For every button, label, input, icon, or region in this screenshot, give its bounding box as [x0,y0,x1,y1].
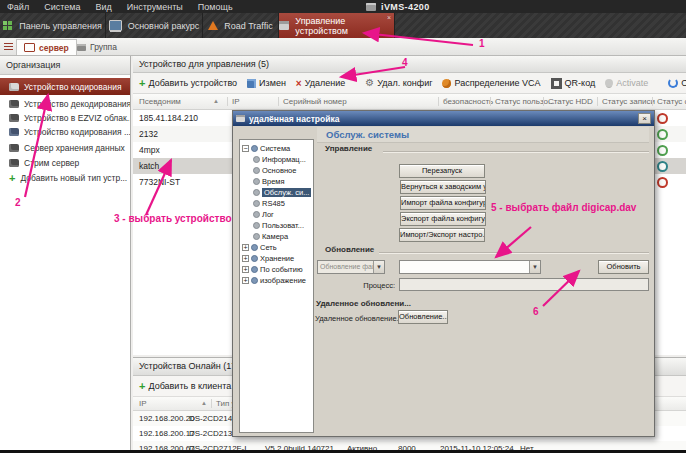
qr-code-button[interactable]: QR-код [551,78,596,89]
gear-icon: ⚙ [365,78,374,88]
col-serial[interactable]: Серийный номер [278,97,347,106]
tree-node-general[interactable]: Основное [240,165,313,176]
sort-asc-icon[interactable]: ▲ [201,400,207,406]
tree-node-time[interactable]: Время [240,176,313,187]
tree-node-rs485[interactable]: RS485 [240,198,313,209]
settings-tree: − Система Информац... Основное Время Обс… [239,139,314,433]
bulb-icon [605,79,613,87]
col-record-status[interactable]: Статус записи [597,97,655,106]
col-sync-status[interactable]: Статус синх [652,97,686,106]
dialog-icon [236,115,245,122]
tree-node-system-maintenance[interactable]: Обслуж. си... [240,187,313,198]
tab-group[interactable]: Группа [70,39,124,55]
menu-tools[interactable]: Инструменты [127,2,183,12]
menu-file[interactable]: Файл [7,2,29,12]
section-title: Обслуж. системы [317,127,649,143]
tree-node-network[interactable]: + Сеть [240,242,313,253]
expand-icon[interactable]: + [242,244,249,251]
modify-button[interactable]: Измен [247,78,286,88]
close-icon[interactable]: × [638,113,651,124]
expand-icon[interactable]: + [242,255,249,262]
activate-button[interactable]: Activate [605,78,648,88]
col-ip[interactable]: IP [227,97,240,106]
tab-server[interactable]: сервер [16,39,77,55]
tree-node-camera[interactable]: Камера [240,231,313,242]
add-to-client-button[interactable]: + Добавить в клиента [139,381,231,391]
process-label: Процесс: [345,281,395,290]
menu-view[interactable]: Вид [95,2,111,12]
remote-upgrade-label: Удаленное обновление... [315,314,403,323]
remote-configuration-dialog: удалённая настройка × Обслуж. системы − … [232,110,655,437]
upgrade-file-input[interactable]: ▼ [399,260,541,274]
sort-asc-icon[interactable]: ▲ [213,98,219,104]
sidebar-item-storage-server[interactable]: Сервер хранения данных [0,141,130,155]
management-section-label: Управление [325,144,372,153]
tree-node-event[interactable]: + По событию [240,264,313,275]
tab-control-panel[interactable]: Панель управления [0,13,106,38]
sidebar-item-ezviz-device[interactable]: Устройство в EZVIZ облак... [0,111,130,125]
upgrade-section-label: Обновление [325,245,374,254]
device-panel-title: Устройство для управления (5) [133,56,686,73]
decoder-icon [9,100,19,108]
tree-node-storage[interactable]: + Хранение [240,253,313,264]
gear-icon [253,189,260,196]
restore-defaults-button[interactable]: Вернуться к заводским у... [400,180,486,194]
app-window: Файл Система Вид Инструменты Помощь iVMS… [0,0,686,453]
tab-main-view[interactable]: Основной ракурс [106,13,203,38]
restart-button[interactable]: Перезапуск [399,164,485,178]
control-panel-icon [3,21,13,31]
col-alias[interactable]: Псевдоним [139,97,181,106]
hamburger-icon[interactable] [4,43,13,50]
tab-close-icon[interactable]: × [387,14,391,21]
export-config-button[interactable]: Экспорт файла конфигу... [400,212,486,226]
col-hdd-status[interactable]: Статус HDD [543,97,593,106]
chevron-down-icon: ▼ [373,261,384,273]
sidebar-item-thirdparty-encoder[interactable]: Устройство кодирования ... [0,125,130,139]
device-icon [279,21,289,30]
upgrade-type-select[interactable]: Обновление файла ▼ [317,260,385,274]
annotation-label-4: 4 [402,57,408,68]
category-icon [251,255,258,262]
expand-icon[interactable]: + [242,266,249,273]
sidebar-item-encoding-device[interactable]: Устройство кодирования [0,78,130,95]
sidebar-item-decoding-device[interactable]: Устройство декодирования [0,97,130,111]
app-title: iVMS-4200 [366,0,430,13]
upgrade-button[interactable]: Обновить [598,260,649,274]
group-tab-icon [77,44,86,51]
tree-node-image[interactable]: + изображение [240,275,313,286]
vca-allocation-button[interactable]: Распределение VCA [442,78,540,88]
nav-tab-bar: Панель управления Основной ракурс Road T… [0,13,686,38]
plus-icon: + [139,78,145,88]
tree-node-system[interactable]: − Система [240,143,313,154]
delete-button[interactable]: × Удаление [296,78,345,89]
annotation-label-3: 3 - выбрать устройство [114,213,232,224]
expand-icon[interactable]: + [242,277,249,284]
gear-icon [253,156,260,163]
gear-icon [253,167,260,174]
menu-help[interactable]: Помощь [198,2,233,12]
sidebar-item-stream-server[interactable]: Стрим сервер [0,156,130,170]
remote-config-button[interactable]: ⚙ Удал. конфиг [365,78,432,88]
refresh-all-button[interactable]: Обновить все [668,78,686,88]
category-icon [251,277,258,284]
tree-node-log[interactable]: Лог [240,209,313,220]
dialog-title: удалённая настройка [249,114,339,124]
tree-node-user[interactable]: Пользоват... [240,220,313,231]
encoder-icon [9,128,19,136]
tree-node-information[interactable]: Информац... [240,154,313,165]
sidebar-item-add-device-type[interactable]: + Добавить новый тип устр... [0,171,130,185]
collapse-icon[interactable]: − [242,145,249,152]
camera-icon [9,83,19,91]
device-toolbar: + Добавить устройство Измен × Удаление ⚙… [133,73,686,94]
import-export-settings-button[interactable]: Импорт/Экспорт настро... [399,228,485,242]
import-config-button[interactable]: Импорт файла конфигур... [400,196,486,210]
col-security[interactable]: безопасность [438,97,493,106]
menu-system[interactable]: Система [44,2,80,12]
tab-road-traffic[interactable]: Road Traffic [203,13,279,38]
tab-device-management[interactable]: Управление устройством × [279,13,395,38]
remote-upgrade-button[interactable]: Обновление... [398,310,448,324]
dialog-title-bar[interactable]: удалённая настройка × [233,111,654,126]
add-device-button[interactable]: + Добавить устройство [139,78,237,88]
col-ip[interactable]: IP [139,399,147,408]
gear-icon [253,211,260,218]
